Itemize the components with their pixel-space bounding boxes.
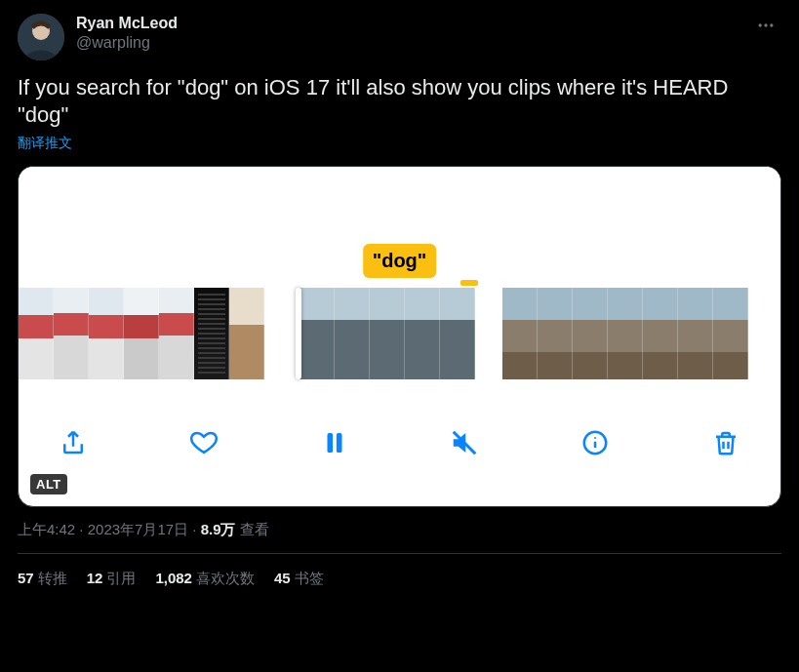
views-label: 查看	[240, 521, 269, 537]
thumbnail	[300, 288, 335, 379]
info-icon	[580, 428, 610, 457]
tweet-header: Ryan McLeod @warpling	[18, 14, 781, 60]
ellipsis-icon	[756, 16, 776, 35]
thumbnail	[608, 288, 643, 379]
avatar[interactable]	[18, 14, 64, 60]
clip-group-2[interactable]	[292, 288, 475, 379]
stat-label: 引用	[106, 570, 136, 588]
mute-button[interactable]	[443, 421, 486, 464]
display-name[interactable]: Ryan McLeod	[76, 14, 750, 33]
thumbnail	[502, 288, 538, 379]
stat-label: 喜欢次数	[196, 570, 255, 588]
thumbnail	[370, 288, 405, 379]
timeline-strip[interactable]	[19, 288, 780, 379]
delete-button[interactable]	[704, 421, 747, 464]
stat-number: 57	[18, 570, 34, 588]
mute-icon	[450, 428, 479, 457]
tweet-time[interactable]: 上午4:42	[18, 521, 75, 537]
media-inner: "dog"	[19, 167, 780, 506]
alt-badge[interactable]: ALT	[30, 474, 67, 494]
views-count[interactable]: 8.9万	[201, 521, 236, 537]
heart-icon	[189, 428, 219, 457]
svg-point-4	[770, 23, 773, 26]
thumbnail	[19, 288, 54, 379]
thumbnail	[89, 288, 124, 379]
thumbnail	[538, 288, 573, 379]
handle[interactable]: @warpling	[76, 33, 750, 53]
likes-stat[interactable]: 1,082喜欢次数	[155, 570, 255, 588]
thumbnail	[159, 288, 194, 379]
stat-label: 书签	[295, 570, 324, 588]
share-button[interactable]	[52, 421, 95, 464]
tweet-text: If you search for "dog" on iOS 17 it'll …	[18, 74, 781, 129]
media-blank-area: "dog"	[19, 167, 780, 288]
media-card[interactable]: "dog"	[18, 166, 781, 507]
thumbnail	[440, 288, 475, 379]
more-button[interactable]	[750, 14, 781, 41]
tweet-container: Ryan McLeod @warpling If you search for …	[0, 0, 799, 588]
tweet-date[interactable]: 2023年7月17日	[88, 521, 188, 537]
meta-sep: ·	[75, 521, 88, 537]
svg-point-3	[764, 23, 767, 26]
like-button[interactable]	[182, 421, 225, 464]
thumbnail	[713, 288, 748, 379]
share-icon	[59, 428, 88, 457]
trash-icon	[711, 428, 740, 457]
stat-number: 12	[87, 570, 103, 588]
thumbnail	[229, 288, 264, 379]
tweet-stats: 57转推 12引用 1,082喜欢次数 45书签	[18, 554, 781, 588]
stat-number: 1,082	[155, 570, 192, 588]
bookmarks-stat[interactable]: 45书签	[274, 570, 324, 588]
clip-gap	[264, 288, 292, 379]
translate-link[interactable]: 翻译推文	[18, 135, 781, 152]
thumbnail	[573, 288, 608, 379]
search-tooltip: "dog"	[363, 244, 437, 278]
thumbnail	[124, 288, 159, 379]
quotes-stat[interactable]: 12引用	[87, 570, 137, 588]
retweets-stat[interactable]: 57转推	[18, 570, 67, 588]
svg-rect-5	[327, 433, 333, 453]
thumbnail	[194, 288, 229, 379]
svg-point-2	[759, 23, 762, 26]
media-toolbar	[19, 379, 780, 506]
pause-button[interactable]	[313, 421, 356, 464]
thumbnail	[678, 288, 713, 379]
thumbnail	[335, 288, 370, 379]
author-names: Ryan McLeod @warpling	[76, 14, 750, 53]
stat-label: 转推	[38, 570, 67, 588]
thumbnail	[54, 288, 89, 379]
playhead[interactable]	[296, 288, 301, 379]
clip-group-3[interactable]	[502, 288, 748, 379]
stat-number: 45	[274, 570, 291, 588]
tooltip-marker	[460, 280, 478, 286]
info-button[interactable]	[574, 421, 617, 464]
clip-group-1[interactable]	[19, 288, 264, 379]
svg-point-10	[594, 437, 596, 439]
tweet-meta: 上午4:42 · 2023年7月17日 · 8.9万 查看	[18, 521, 781, 539]
clip-gap	[475, 288, 502, 379]
svg-rect-6	[336, 433, 341, 453]
pause-icon	[320, 428, 349, 457]
thumbnail	[405, 288, 440, 379]
thumbnail	[643, 288, 678, 379]
meta-sep: ·	[188, 521, 201, 537]
